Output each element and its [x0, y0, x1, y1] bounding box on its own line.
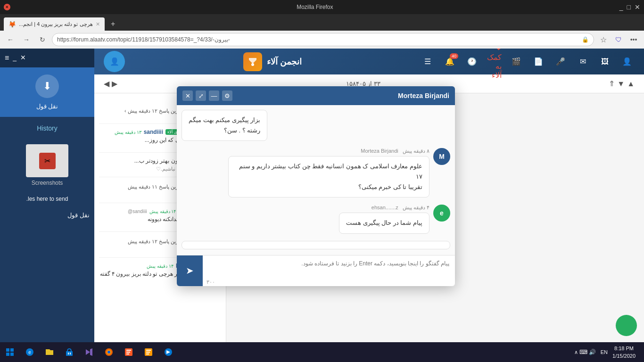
scissors-icon: ✂: [39, 153, 56, 169]
green-notification-btn[interactable]: [616, 315, 637, 336]
msg-avatar-2: M: [433, 148, 450, 165]
msg-name-3: ehsan.......z: [372, 205, 398, 210]
message-icon[interactable]: ✉: [575, 54, 590, 69]
scroll-top-btn[interactable]: ⇑: [609, 79, 615, 88]
refresh-btn[interactable]: ↻: [36, 33, 49, 46]
download-icon: ⬇: [35, 74, 59, 98]
msg-text-1: بزار پیگیری میکنم بهت میگم رشته ؟ . سن؟: [182, 110, 267, 141]
taskbar-volume-icon[interactable]: 🔊: [589, 349, 596, 355]
panel-close-btn[interactable]: ✕: [20, 54, 26, 62]
msg-line-2a: علوم معارف اسلامی ک همون انسانیه فقط چن …: [235, 161, 423, 182]
image-icon[interactable]: 🖼: [597, 54, 612, 69]
quote-label: نقل قول: [36, 103, 58, 110]
new-tab-btn[interactable]: +: [107, 17, 120, 31]
msg-text-3: پیام شما در حال پیگیری هست: [339, 213, 429, 233]
chat-messages: بزار پیگیری میکنم بهت میگم رشته ؟ . سن؟ …: [177, 105, 455, 255]
chat-input[interactable]: [203, 255, 455, 278]
chat-close-btn[interactable]: ✕: [182, 90, 193, 101]
screenshot-thumbnail: ✂: [26, 144, 68, 177]
history-section: History: [0, 117, 94, 140]
back-btn[interactable]: ←: [4, 33, 17, 46]
start-button[interactable]: [0, 342, 20, 362]
url-display: https://forum.alaatv.com/topic/11918/157…: [57, 36, 582, 43]
panel-menu-btn[interactable]: ≡: [5, 54, 9, 62]
chat-message-2: M ۸ دقیقه پیش Morteza Birjandi علوم معار…: [182, 148, 450, 197]
time-4: ۱۴ دقیقه پیش: [147, 263, 173, 269]
nav-bar: ← → ↻ https://forum.alaatv.com/topic/119…: [0, 31, 644, 49]
forward-btn[interactable]: →: [20, 33, 33, 46]
more-btn[interactable]: •••: [627, 33, 640, 46]
taskbar-refresh[interactable]: [158, 342, 178, 362]
chat-header: ✕ ⤢ — ⚙ Morteza Birjandi: [177, 86, 455, 105]
shield-btn[interactable]: 🛡: [612, 33, 625, 46]
close-btn[interactable]: ✕: [635, 3, 640, 11]
clock-icon[interactable]: 🕐: [464, 54, 479, 69]
taskbar-lang: EN: [599, 349, 610, 355]
msg-time-3: ۴ دقیقه پیش: [403, 205, 429, 210]
username-1[interactable]: sandiiii: [144, 129, 163, 135]
star-btn[interactable]: ☆: [597, 33, 610, 46]
chat-expand-btn[interactable]: ⤢: [196, 90, 206, 101]
taskbar-explorer[interactable]: [40, 342, 59, 362]
tab-close-btn[interactable]: ✕: [96, 21, 100, 27]
active-tab[interactable]: 🦊 هرچی تو دلته بریز بیرون 4 | انجم... ✕: [4, 17, 105, 31]
svg-rect-2: [10, 348, 14, 352]
taskbar-up-arrow[interactable]: ∧: [574, 349, 578, 355]
video-icon[interactable]: 🎬: [509, 54, 524, 69]
menu-icon[interactable]: ☰: [420, 54, 435, 69]
minimize-window-btn[interactable]: _: [619, 3, 623, 11]
svg-text:e: e: [28, 350, 31, 355]
doc-icon[interactable]: 📄: [531, 54, 546, 69]
taskbar-sublime1[interactable]: [119, 342, 139, 362]
browser-chrome: ✕ Mozilla Firefox _ □ ✕ 🦊 هرچی تو دلته ب…: [0, 0, 644, 49]
msg-content-2: ۸ دقیقه پیش Morteza Birjandi علوم معارف …: [228, 148, 430, 197]
taskbar-vs[interactable]: [79, 342, 99, 362]
nav-icons: ☆ 🛡 •••: [597, 33, 640, 46]
lock-icon: 🔒: [582, 36, 589, 43]
nav-arrows-right: ▶ ◀: [104, 79, 117, 88]
input-wrapper: ۳۰۰: [203, 255, 455, 286]
taskbar-store[interactable]: [59, 342, 79, 362]
nav-right-btn[interactable]: ▶: [112, 79, 117, 88]
msg-time-2: ۸ دقیقه پیش: [403, 148, 429, 154]
title-bar: ✕ Mozilla Firefox _ □ ✕: [0, 0, 644, 14]
taskbar-right: ∧ ⌨ 🔊 EN 8:18 PM 1/15/2020: [574, 345, 644, 360]
heart-icon[interactable]: ❤ کمک به آلاء: [487, 54, 502, 69]
window-title: Mozilla Firefox: [297, 4, 333, 10]
tab-bar: 🦊 هرچی تو دلته بریز بیرون 4 | انجم... ✕ …: [0, 14, 644, 31]
screenshots-label: Screenshots: [32, 180, 63, 186]
panel-blue-section: ⬇ نقل قول: [0, 67, 94, 117]
taskbar-sublime2[interactable]: [139, 342, 158, 362]
chat-settings-btn[interactable]: ⚙: [222, 90, 232, 101]
taskbar: e ∧ ⌨ 🔊 EN 8:18 PM: [0, 342, 644, 362]
notification-container: 🔔 40: [442, 54, 457, 69]
tab-title: هرچی تو دلته بریز بیرون 4 | انجم...: [19, 21, 93, 27]
scroll-up-btn[interactable]: ▲: [627, 80, 635, 88]
mic-icon[interactable]: 🎤: [553, 54, 568, 69]
svg-rect-3: [6, 353, 9, 356]
scroll-down-btn[interactable]: ▼: [617, 80, 625, 88]
history-btn[interactable]: History: [37, 124, 58, 132]
svg-rect-8: [68, 353, 69, 354]
msg-line-3a: پیام شما در حال پیگیری هست: [346, 218, 422, 228]
close-window-btn[interactable]: ✕: [4, 4, 10, 10]
maximize-window-btn[interactable]: □: [627, 3, 631, 11]
send-button[interactable]: ➤: [177, 255, 203, 286]
user-icon[interactable]: 👤: [619, 54, 635, 69]
chat-input-area: ➤ ۳۰۰: [177, 255, 455, 286]
window-controls: _ □ ✕: [619, 3, 640, 11]
taskbar-ie[interactable]: e: [20, 342, 40, 362]
chat-minimize-btn[interactable]: —: [209, 90, 219, 101]
user-avatar[interactable]: 👤: [104, 51, 125, 72]
panel-minimize-btn[interactable]: _: [13, 54, 17, 62]
tab-favicon: 🦊: [8, 21, 16, 28]
reply-ref-3: sandiiii@: [128, 209, 147, 214]
taskbar-firefox[interactable]: [99, 342, 119, 362]
screenshots-section: ✂ Screenshots: [0, 140, 94, 191]
msg-meta-3: ۴ دقیقه پیش ehsan.......z: [339, 205, 429, 211]
msg-content-3: ۴ دقیقه پیش ehsan.......z پیام شما در حا…: [339, 205, 429, 233]
send-label: les here to send.: [0, 191, 94, 207]
clock-time: 8:18 PM: [612, 345, 636, 353]
address-bar[interactable]: https://forum.alaatv.com/topic/11918/157…: [52, 33, 594, 46]
nav-left-btn[interactable]: ◀: [104, 79, 109, 88]
